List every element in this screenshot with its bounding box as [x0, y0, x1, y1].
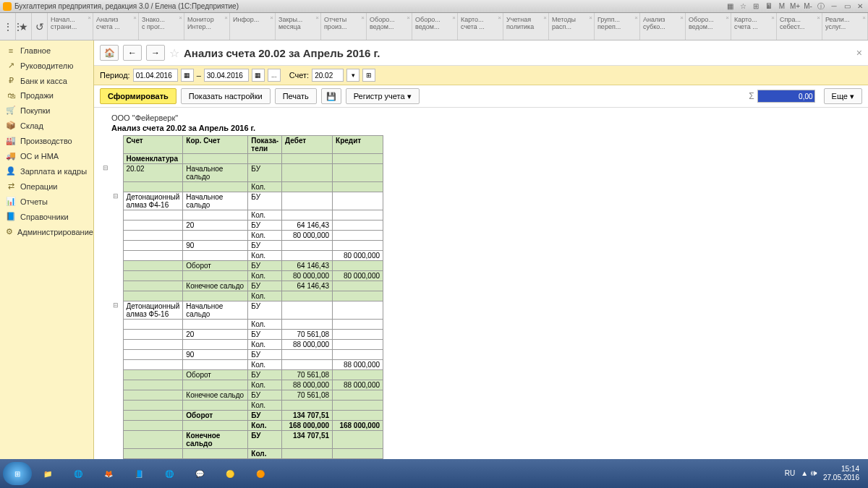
taskbar-app[interactable]: 🌐 [64, 462, 93, 485]
tb-icon[interactable]: M- [803, 1, 813, 12]
window-tab[interactable]: Карто...счета ...× [458, 13, 503, 40]
tab-close-icon[interactable]: × [407, 14, 410, 21]
sidebar-item[interactable]: 🛒Покупки [0, 103, 93, 118]
sidebar-item[interactable]: 📊Отчеты [0, 194, 93, 209]
taskbar-app[interactable]: 🌐 [155, 462, 184, 485]
account-dropdown-icon[interactable]: ▾ [346, 69, 359, 82]
report-toolbar: Сформировать Показать настройки Печать 💾… [94, 85, 868, 108]
forward-button[interactable]: → [146, 45, 165, 61]
start-button[interactable]: ⊞ [3, 462, 32, 485]
sidebar-item[interactable]: ₽Банк и касса [0, 73, 93, 88]
taskbar-app[interactable]: 💬 [185, 462, 214, 485]
apps-grid-icon[interactable]: ⋮⋮⋮ [0, 13, 16, 40]
sidebar-item[interactable]: ⇄Операции [0, 179, 93, 194]
window-tab[interactable]: Анализсубко...× [640, 13, 686, 40]
tab-close-icon[interactable]: × [88, 14, 91, 21]
tab-close-icon[interactable]: × [862, 14, 866, 21]
minimize-icon[interactable]: ─ [829, 1, 839, 12]
maximize-icon[interactable]: ▭ [842, 1, 852, 12]
window-tab[interactable]: Карто...счета ...× [731, 13, 777, 40]
tab-close-icon[interactable]: × [361, 14, 365, 21]
sidebar-label: Операции [20, 182, 57, 191]
tb-icon[interactable]: ▦ [725, 1, 735, 12]
tab-close-icon[interactable]: × [543, 14, 547, 21]
date-from-input[interactable] [133, 69, 178, 82]
taskbar-app[interactable]: 🟡 [216, 462, 244, 485]
taskbar-app[interactable]: 📁 [33, 462, 62, 485]
sidebar-item[interactable]: 📘Справочники [0, 209, 93, 224]
print-button[interactable]: Печать [275, 88, 317, 104]
more-button[interactable]: Еще ▾ [824, 88, 862, 104]
tab-close-icon[interactable]: × [133, 14, 137, 21]
sidebar-icon: ↗ [6, 61, 16, 70]
window-tab[interactable]: Реали...услуг...× [822, 13, 868, 40]
system-tray: RU ▲ 🕪 15:14 27.05.2016 [785, 465, 865, 482]
sidebar-item[interactable]: 🏭Производство [0, 133, 93, 148]
tb-icon[interactable]: ⊞ [751, 1, 761, 12]
register-button[interactable]: Регистр учета ▾ [346, 88, 420, 104]
tab-close-icon[interactable]: × [589, 14, 592, 21]
sidebar-icon: ⇄ [6, 181, 16, 191]
window-tab[interactable]: Закры...месяца× [276, 13, 321, 40]
tb-icon[interactable]: M+ [790, 1, 800, 12]
show-settings-button[interactable]: Показать настройки [181, 88, 271, 104]
sidebar-item[interactable]: 📦Склад [0, 118, 93, 133]
account-tree-icon[interactable]: ⊞ [362, 69, 375, 82]
window-tab[interactable]: МониторИнтер...× [184, 13, 230, 40]
window-tab[interactable]: Начал...страни...× [48, 13, 93, 40]
tray-lang[interactable]: RU [785, 469, 795, 478]
account-input[interactable] [312, 69, 344, 82]
tab-close-icon[interactable]: × [224, 14, 228, 21]
tab-close-icon[interactable]: × [270, 14, 273, 21]
tab-close-icon[interactable]: × [726, 14, 729, 21]
calendar-to-icon[interactable]: ▦ [252, 69, 265, 82]
window-tab[interactable]: Отчетыпроиз...× [321, 13, 367, 40]
taskbar-app[interactable]: 🟠 [246, 462, 275, 485]
taskbar-app[interactable]: 🦊 [94, 462, 123, 485]
period-picker-button[interactable]: ... [268, 69, 281, 82]
table-row: Кол. 80 000,000 [103, 231, 383, 241]
window-tab[interactable]: Оборо...ведом...× [686, 13, 731, 40]
window-tab[interactable]: Спра...себест...× [777, 13, 822, 40]
save-button[interactable]: 💾 [321, 88, 341, 104]
date-to-input[interactable] [204, 69, 249, 82]
tab-close-icon[interactable]: × [315, 14, 319, 21]
sidebar-item[interactable]: 👤Зарплата и кадры [0, 163, 93, 179]
window-tab[interactable]: Анализсчета ...× [93, 13, 139, 40]
window-tab[interactable]: Оборо...ведом...× [367, 13, 412, 40]
window-tab[interactable]: Инфор...× [230, 13, 276, 40]
tb-icon[interactable]: 🖩 [764, 1, 774, 12]
tb-icon[interactable]: ☆ [738, 1, 748, 12]
history-icon[interactable]: ↺ [32, 13, 48, 40]
sidebar-item[interactable]: ⚙Администрирование [0, 224, 93, 239]
help-icon[interactable]: ⓘ [816, 1, 826, 12]
form-report-button[interactable]: Сформировать [100, 88, 176, 104]
window-tab[interactable]: Знако...с прог...× [139, 13, 184, 40]
sidebar-item[interactable]: 🛍Продажи [0, 88, 93, 103]
close-page-icon[interactable]: × [856, 47, 862, 59]
tab-close-icon[interactable]: × [452, 14, 456, 21]
taskbar-app[interactable]: 📘 [124, 462, 153, 485]
tab-close-icon[interactable]: × [634, 14, 638, 21]
star-icon[interactable]: ☆ [169, 46, 179, 60]
window-tab[interactable]: Учетнаяполитика× [503, 13, 549, 40]
tab-close-icon[interactable]: × [817, 14, 820, 21]
sidebar-label: Администрирование [17, 228, 93, 236]
favorite-icon[interactable]: ★ [16, 13, 32, 40]
sidebar-item[interactable]: ≡Главное [0, 43, 93, 58]
close-icon[interactable]: ✕ [855, 1, 865, 12]
back-button[interactable]: ← [123, 45, 142, 61]
sidebar-item[interactable]: ↗Руководителю [0, 58, 93, 73]
window-tab[interactable]: Групп...переп...× [595, 13, 640, 40]
calendar-from-icon[interactable]: ▦ [181, 69, 194, 82]
tab-close-icon[interactable]: × [680, 14, 684, 21]
tab-close-icon[interactable]: × [179, 14, 182, 21]
window-tab[interactable]: Методырасп...× [549, 13, 595, 40]
window-tab[interactable]: Оборо...ведом...× [412, 13, 458, 40]
sidebar-item[interactable]: 🚚ОС и НМА [0, 148, 93, 163]
tb-icon[interactable]: M [777, 1, 787, 12]
sum-input[interactable] [757, 90, 815, 103]
home-button[interactable]: 🏠 [100, 45, 119, 61]
tab-close-icon[interactable]: × [771, 14, 775, 21]
tab-close-icon[interactable]: × [498, 14, 501, 21]
